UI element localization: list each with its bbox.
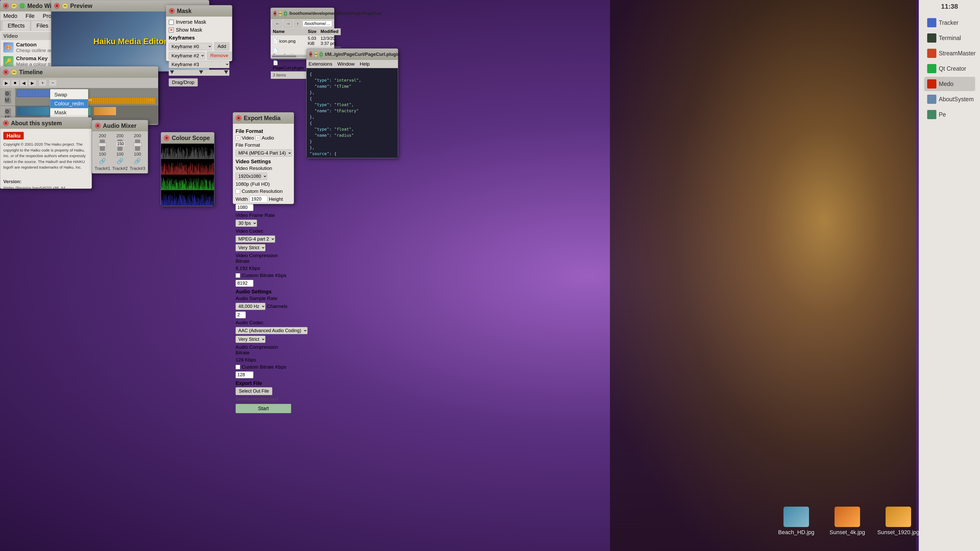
audio-checkbox[interactable] (256, 136, 260, 140)
zoom-out-btn[interactable]: − (49, 79, 57, 86)
json-max-btn[interactable]: □ (320, 51, 323, 57)
track2-clip1[interactable] (17, 106, 50, 116)
video-quality-select[interactable]: Very Strict (235, 244, 266, 251)
mixer-track1-fader[interactable] (98, 143, 107, 146)
remove-keyframe-btn[interactable]: Remove (207, 52, 232, 60)
show-mask-checkbox[interactable] (169, 27, 174, 33)
timeline-titlebar[interactable]: × − Timeline (0, 67, 158, 78)
mixer-close-btn[interactable]: × (95, 123, 101, 129)
height-input[interactable] (235, 204, 253, 211)
taskbar-item-medo[interactable]: Medo (924, 77, 975, 91)
keyframe-select1[interactable]: Keyframe #2 (169, 52, 205, 59)
zoom-in-btn[interactable]: + (38, 79, 47, 86)
taskbar-item-streammaster[interactable]: StreamMaster (924, 46, 975, 60)
about-titlebar[interactable]: × About this system (0, 118, 92, 129)
keyframe-timeline[interactable] (169, 70, 229, 76)
fm-path-bar[interactable]: /boot/home/development/Medo/Plugin/PageC… (303, 21, 332, 27)
taskbar-item-pe[interactable]: Pe (924, 107, 975, 122)
keyframe-select0[interactable]: Keyframe #0 Keyframe #2 Keyframe #3 (169, 43, 212, 50)
mixer-track2-link[interactable]: 🔗 (117, 158, 124, 165)
desktop-icon-beach[interactable]: Beach_HD.jpg (776, 507, 817, 536)
audio-codec-select[interactable]: AAC (Advanced Audio Coding) (235, 327, 307, 334)
frame-rate-select[interactable]: 30 fps (235, 220, 257, 227)
track1-settings-icon[interactable]: ⚙ (5, 91, 11, 97)
stop-btn[interactable]: ■ (11, 79, 19, 86)
fm-back-btn[interactable]: ← (273, 20, 282, 27)
timeline-min-btn[interactable]: − (11, 69, 17, 75)
width-input[interactable] (250, 196, 267, 203)
mixer-track3-link[interactable]: 🔗 (134, 158, 141, 165)
taskbar-item-terminal[interactable]: Terminal (924, 31, 975, 45)
select-out-btn[interactable]: Select Out File (235, 387, 272, 395)
medo-max-btn[interactable]: □ (19, 3, 25, 9)
custom-res-checkbox[interactable] (235, 189, 240, 194)
fm-row-icon[interactable]: 📄icon.png 5.03 KiB 12/3/20, 3:37 pm (271, 35, 341, 47)
preview-close-btn[interactable]: × (54, 3, 60, 9)
fm-up-btn[interactable]: ↑ (294, 20, 301, 27)
custom-bitrate-checkbox[interactable] (235, 273, 240, 278)
json-content[interactable]: { "type": "interval", "name": "tTime" },… (307, 68, 398, 158)
tab-files[interactable]: Files (31, 21, 54, 30)
prev-btn[interactable]: ◀ (20, 79, 28, 86)
audio-bitrate-input[interactable] (235, 372, 253, 378)
mask-titlebar[interactable]: × Mask (166, 5, 232, 17)
popup-swap[interactable]: Swap (50, 90, 88, 99)
fm-close-btn[interactable]: × (273, 11, 277, 17)
audio-quality-select[interactable]: Very Strict (235, 336, 266, 343)
json-titlebar[interactable]: × − □ t/M../gin/PageCurl/PageCurl.plugin (307, 49, 398, 60)
fm-max-btn[interactable]: □ (284, 11, 287, 17)
channels-input[interactable] (235, 311, 246, 318)
file-format-select[interactable]: MP4 (MPEG-4 Part 14) (235, 149, 292, 157)
json-min-btn[interactable]: − (314, 51, 318, 57)
scope-close-btn[interactable]: × (164, 135, 170, 141)
video-codec-select[interactable]: MPEG-4 part 2 (235, 235, 275, 243)
fm-forward-btn[interactable]: → (283, 20, 293, 27)
track1-mute-icon[interactable]: M (5, 97, 11, 103)
json-close-btn[interactable]: × (309, 51, 312, 57)
mixer-track1-link[interactable]: 🔗 (99, 158, 106, 165)
desktop-icon-sunset1920[interactable]: Sunset_1920.jpg (878, 507, 919, 536)
track2-clip4[interactable] (94, 106, 116, 116)
about-close-btn[interactable]: × (3, 120, 9, 126)
fm-min-btn[interactable]: − (279, 11, 282, 17)
taskbar-item-aboutsystem[interactable]: AboutSystem (924, 92, 975, 106)
fm-titlebar[interactable]: × − □ /boot/home/development/Medo/Plugin… (271, 8, 334, 19)
fm-col-name[interactable]: Name (271, 28, 306, 35)
start-export-btn[interactable]: Start (235, 404, 291, 413)
next-btn[interactable]: ▶ (28, 79, 37, 86)
export-close-btn[interactable]: × (235, 115, 242, 121)
play-btn[interactable]: ▶ (2, 79, 11, 86)
json-menu-help[interactable]: Help (360, 61, 370, 67)
drag-drop-btn[interactable]: Drag/Drop (169, 78, 198, 86)
audio-custom-bitrate-checkbox[interactable] (235, 365, 240, 369)
tab-effects[interactable]: Effects (2, 21, 30, 30)
track2-settings-icon[interactable]: ⚙ (5, 108, 11, 114)
medo-close-btn[interactable]: × (3, 3, 9, 9)
fm-col-date[interactable]: Modified (318, 28, 341, 35)
mask-close-btn[interactable]: × (169, 8, 175, 14)
desktop-icon-sunset4k[interactable]: Sunset_4k.jpg (827, 507, 868, 536)
mixer-track3-fader[interactable] (134, 143, 142, 146)
popup-mask[interactable]: Mask (50, 108, 88, 117)
bitrate-input[interactable] (235, 280, 253, 287)
menu-file[interactable]: File (25, 13, 35, 19)
taskbar-item-tracker[interactable]: Tracker (924, 16, 975, 30)
timeline-close-btn[interactable]: × (3, 69, 9, 75)
scope-titlebar[interactable]: × Colour Scope (161, 132, 214, 144)
add-keyframe-btn[interactable]: Add (214, 42, 229, 51)
menu-medo[interactable]: Medo (3, 13, 18, 19)
json-menu-window[interactable]: Window (337, 61, 355, 67)
mixer-titlebar[interactable]: × Audio Mixer (92, 120, 148, 131)
taskbar-item-qtcreator[interactable]: Qt Creator (924, 62, 975, 76)
fm-col-size[interactable]: Size (306, 28, 318, 35)
export-titlebar[interactable]: × Export Media (233, 113, 294, 124)
popup-colour-redm[interactable]: Colour_redm (50, 99, 88, 108)
medo-min-btn[interactable]: − (11, 3, 17, 9)
keyframe-select2[interactable]: Keyframe #3 (169, 61, 229, 68)
inverse-mask-checkbox[interactable] (169, 20, 174, 25)
sample-rate-select[interactable]: 48,000 Hz (235, 303, 266, 310)
video-checkbox[interactable] (235, 136, 240, 140)
video-resolution-select[interactable]: 1920x1080 (235, 173, 267, 180)
preview-min-btn[interactable]: − (62, 3, 68, 9)
json-menu-extensions[interactable]: Extensions (309, 61, 332, 67)
